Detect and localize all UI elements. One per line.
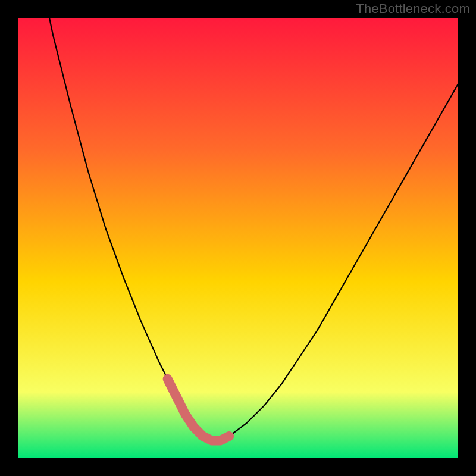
chart-frame: TheBottleneck.com (0, 0, 476, 476)
watermark-text: TheBottleneck.com (356, 1, 470, 17)
bottleneck-chart (18, 18, 458, 458)
plot-area (18, 18, 458, 458)
gradient-background (18, 18, 458, 458)
